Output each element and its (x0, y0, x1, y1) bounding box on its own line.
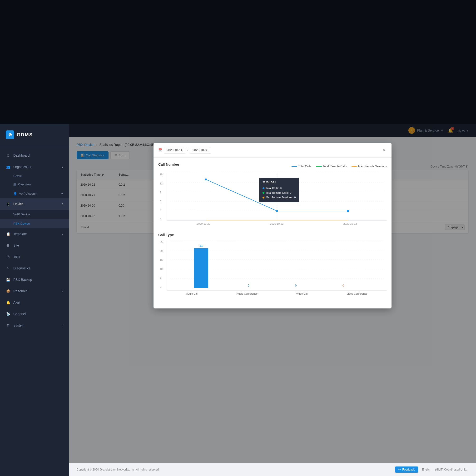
sidebar-item-label: Site (13, 243, 19, 247)
tooltip-total-calls: Total Calls: 3 (262, 186, 296, 191)
sidebar-item-resource[interactable]: 📦 Resource ∨ (0, 285, 69, 297)
modal-close-button[interactable]: × (381, 147, 387, 153)
date-from-input[interactable]: 2020-10-14 (164, 147, 185, 153)
sidebar-item-label: Resource (13, 289, 28, 293)
sidebar-item-label: Diagnostics (13, 266, 31, 270)
tooltip-rc-val: 0 (290, 191, 291, 195)
sidebar-item-label: Task (13, 255, 20, 259)
voip-account-icon: 👤 (13, 192, 17, 195)
sidebar-item-organization[interactable]: 👥 Organization ∨ (0, 161, 69, 172)
svg-text:0: 0 (295, 284, 297, 287)
legend-dot-remote-calls (316, 166, 322, 167)
bar-audio-call (194, 248, 208, 288)
y-label: 25 (160, 241, 163, 243)
site-icon: ⊞ (6, 243, 11, 248)
y-label: 5 (160, 276, 163, 279)
sidebar-item-label: Organization (13, 165, 32, 169)
y-label: 20 (160, 250, 163, 253)
dashboard-icon: ⊙ (6, 153, 11, 158)
footer-timezone: (GMT) Coordinated Univ... (435, 468, 468, 471)
footer-copyright: Copyright © 2020 Grandstream Networks, I… (77, 468, 159, 471)
alert-icon: 🔔 (6, 300, 11, 305)
chevron-down-icon: ∨ (62, 166, 63, 168)
sidebar-item-task[interactable]: ☑ Task (0, 251, 69, 262)
sidebar-item-device[interactable]: 📱 Device ∧ (0, 198, 69, 210)
line-chart-container: 15 12 9 6 3 0 (167, 173, 387, 221)
logo-text: GDMS (17, 132, 33, 137)
sidebar-item-template[interactable]: 📋 Template ∨ (0, 228, 69, 240)
chevron-down-icon: ∨ (62, 324, 63, 327)
sidebar-item-pbx-device[interactable]: PBX Device (0, 219, 69, 228)
sidebar-item-label: VoIP Device (13, 213, 30, 216)
y-label: 12 (160, 182, 163, 185)
bar-label-audio-conf: Audio Conference (237, 292, 257, 295)
modal-overlay: 📅 2020-10-14 - 2020-10-30 × Call Number (69, 124, 476, 463)
org-default-label: Default (0, 172, 69, 180)
modal-body: Call Number Total Calls Total Remote Cal… (153, 157, 391, 308)
sidebar-nav: ⊙ Dashboard 👥 Organization ∨ Default ▦ O… (0, 146, 69, 335)
footer: Copyright © 2020 Grandstream Networks, I… (69, 463, 476, 476)
sidebar-item-site[interactable]: ⊞ Site (0, 240, 69, 251)
date-separator: - (187, 148, 188, 152)
y-label: 9 (160, 191, 163, 194)
tooltip-dot-blue (262, 187, 264, 189)
channel-icon: 📡 (6, 311, 11, 316)
bar-chart-container: 25 20 15 10 5 0 (167, 241, 387, 296)
tooltip-dot-yellow (262, 197, 264, 199)
resource-icon: 📦 (6, 289, 11, 293)
legend-remote-calls: Total Remote Calls (316, 165, 347, 168)
sidebar-item-label: Template (13, 232, 27, 236)
legend-max-remote: Max Remote Sessions (352, 165, 387, 168)
line-dot (347, 210, 349, 212)
sidebar-item-voip-account[interactable]: 👤 VoIP Account ∨ (0, 189, 69, 198)
tooltip-tc-val: 3 (280, 186, 282, 191)
chevron-down-icon: ∧ (62, 203, 63, 205)
sidebar-item-voip-device[interactable]: VoIP Device (0, 210, 69, 219)
svg-text:0: 0 (342, 284, 344, 287)
diagnostics-icon: ⚕ (6, 266, 11, 271)
bar-chart-section: Call Type 25 20 15 10 5 0 (158, 233, 387, 296)
sidebar-item-label: Overview (18, 183, 31, 186)
date-to-input[interactable]: 2020-10-30 (190, 147, 211, 153)
sidebar-item-dashboard[interactable]: ⊙ Dashboard (0, 150, 69, 161)
calendar-icon: 📅 (158, 148, 162, 152)
y-axis-labels: 15 12 9 6 3 0 (160, 173, 163, 221)
logo-icon: ⊛ (6, 130, 14, 139)
pbx-backup-icon: 💾 (6, 277, 11, 282)
sidebar-item-diagnostics[interactable]: ⚕ Diagnostics (0, 262, 69, 274)
date-from-value: 2020-10-14 (167, 148, 183, 152)
chart-tooltip: 2020-10-21 Total Calls: 3 Total Remote C… (259, 178, 299, 202)
tooltip-tc-label: Total Calls: (266, 186, 279, 191)
legend-dot-total-calls (291, 166, 297, 167)
sidebar-item-pbx-backup[interactable]: 💾 PBX Backup (0, 274, 69, 285)
sidebar-item-label: PBX Device (13, 222, 30, 225)
chevron-down-icon: ∨ (62, 290, 63, 292)
sidebar-item-channel[interactable]: 📡 Channel (0, 308, 69, 320)
x-axis-labels: 2020-10-20 2020-10-21 2020-10-22 (167, 221, 387, 225)
sidebar-item-overview[interactable]: ▦ Overview (0, 180, 69, 189)
tooltip-mr-val: 0 (294, 195, 296, 200)
modal-header: 📅 2020-10-14 - 2020-10-30 × (153, 143, 391, 157)
bar-label-video-conf: Video Conference (346, 292, 368, 295)
tooltip-mr-label: Max Remote Sessions: (266, 195, 293, 200)
device-icon: 📱 (6, 202, 11, 206)
sidebar-item-alert[interactable]: 🔔 Alert (0, 297, 69, 308)
line-chart-section: Call Number Total Calls Total Remote Cal… (158, 162, 387, 225)
sidebar-header: ⊛ GDMS (0, 124, 69, 146)
x-label: 2020-10-21 (270, 222, 284, 225)
statistics-modal: 📅 2020-10-14 - 2020-10-30 × Call Number (153, 143, 391, 308)
svg-text:21: 21 (200, 244, 203, 248)
line-dot (205, 178, 207, 180)
x-label: 2020-10-20 (197, 222, 210, 225)
chart-legend: Total Calls Total Remote Calls Max Remot… (291, 165, 387, 168)
sidebar-item-label: Channel (13, 312, 26, 316)
footer-language[interactable]: English (422, 468, 431, 471)
legend-dot-max-remote (352, 166, 357, 167)
line-chart-title: Call Number (158, 162, 179, 166)
y-label: 0 (160, 218, 163, 221)
footer-right: ✏ Feedback English (GMT) Coordinated Uni… (395, 466, 468, 473)
tooltip-rc-label: Total Remote Calls: (266, 191, 289, 195)
sidebar-item-system[interactable]: ⚙ System ∨ (0, 320, 69, 331)
feedback-button[interactable]: ✏ Feedback (395, 466, 418, 473)
bar-chart-svg: 21 0 0 0 (167, 241, 387, 290)
